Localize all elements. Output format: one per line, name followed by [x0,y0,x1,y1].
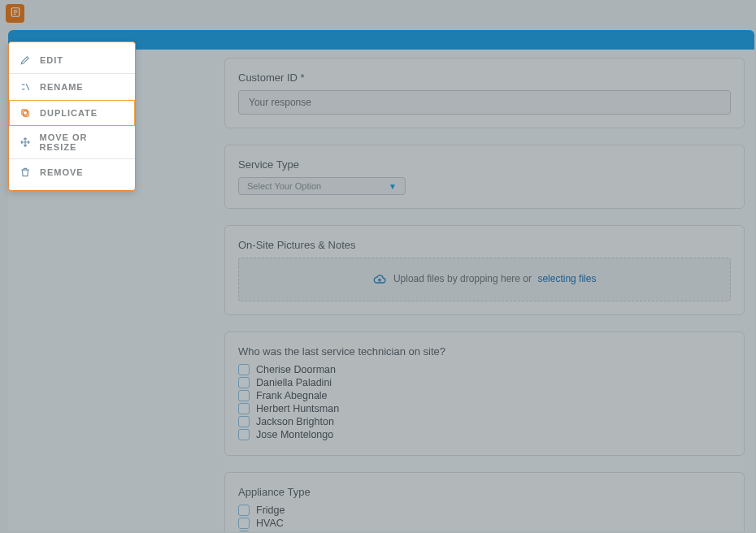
checkbox-row[interactable]: HVAC [238,518,731,529]
checkbox-row[interactable]: Frank Abegnale [238,390,731,401]
trash-icon [19,166,32,179]
move-icon [19,136,32,149]
select-placeholder: Select Your Option [247,181,321,191]
field-label: Service Type [238,158,731,171]
menu-label: MOVE OR RESIZE [40,132,125,152]
field-label: Appliance Type [238,486,731,498]
menu-move-resize[interactable]: MOVE OR RESIZE [9,126,135,158]
technician-options: Cherise DoormanDaniella PaladiniFrank Ab… [238,364,731,440]
customer-id-input[interactable] [238,90,731,115]
selecting-files-link[interactable]: selecting files [537,273,596,284]
checkbox-row[interactable]: Daniella Paladini [238,377,731,388]
checkbox-row[interactable]: A/C [238,531,731,531]
upload-dropzone[interactable]: Upload files by dropping here or selecti… [238,258,731,301]
svg-rect-4 [24,111,28,116]
checkbox[interactable] [238,416,250,427]
field-pictures: On-Site Pictures & Notes Upload files by… [224,225,745,315]
checkbox-label: Daniella Paladini [256,377,332,388]
checkbox-label: Frank Abegnale [256,390,328,401]
checkbox-row[interactable]: Cherise Doorman [238,364,731,375]
menu-label: RENAME [40,82,84,92]
checkbox-label: Herbert Huntsman [256,403,339,414]
checkbox-label: A/C [256,531,273,531]
menu-duplicate[interactable]: DUPLICATE [9,100,135,126]
menu-rename[interactable]: RENAME [9,74,135,100]
rename-icon [19,80,32,93]
upload-text: Upload files by dropping here or [393,273,532,284]
checkbox-label: Jackson Brighton [256,416,334,427]
checkbox[interactable] [238,390,250,401]
clipboard-list-icon [10,6,21,21]
cloud-upload-icon [373,273,386,286]
svg-rect-5 [22,110,27,115]
menu-edit[interactable]: EDIT [9,47,135,73]
checkbox[interactable] [238,403,250,414]
field-service-type: Service Type Select Your Option ▼ [224,145,745,209]
service-type-select[interactable]: Select Your Option ▼ [238,177,406,195]
menu-remove[interactable]: REMOVE [9,159,135,185]
field-appliance: Appliance Type FridgeHVACA/CHeating [224,472,745,531]
field-label: Who was the last service technician on s… [238,345,731,358]
appliance-options: FridgeHVACA/CHeating [238,505,731,531]
form-icon-button[interactable] [6,4,24,23]
checkbox-label: Cherise Doorman [256,364,336,375]
checkbox-label: Fridge [256,505,285,516]
field-label: On-Site Pictures & Notes [238,239,731,251]
menu-label: EDIT [40,55,63,65]
checkbox-label: Jose Montelongo [256,429,333,440]
checkbox[interactable] [238,531,250,531]
menu-label: DUPLICATE [40,108,98,118]
checkbox-row[interactable]: Fridge [238,505,731,516]
chevron-down-icon: ▼ [389,182,397,191]
duplicate-icon [19,106,32,119]
field-customer-id: Customer ID * [224,58,745,128]
field-label: Customer ID * [238,72,731,84]
checkbox[interactable] [238,377,250,388]
menu-label: REMOVE [40,167,84,177]
checkbox[interactable] [238,505,250,516]
pencil-icon [19,54,32,67]
checkbox[interactable] [238,364,250,375]
checkbox-row[interactable]: Herbert Huntsman [238,403,731,414]
context-menu: EDIT RENAME DUPLICATE MOVE OR RESIZE REM… [8,41,136,191]
checkbox-row[interactable]: Jose Montelongo [238,429,731,440]
checkbox[interactable] [238,429,250,440]
checkbox-row[interactable]: Jackson Brighton [238,416,731,427]
checkbox-label: HVAC [256,518,284,529]
field-technician: Who was the last service technician on s… [224,332,745,456]
checkbox[interactable] [238,518,250,529]
